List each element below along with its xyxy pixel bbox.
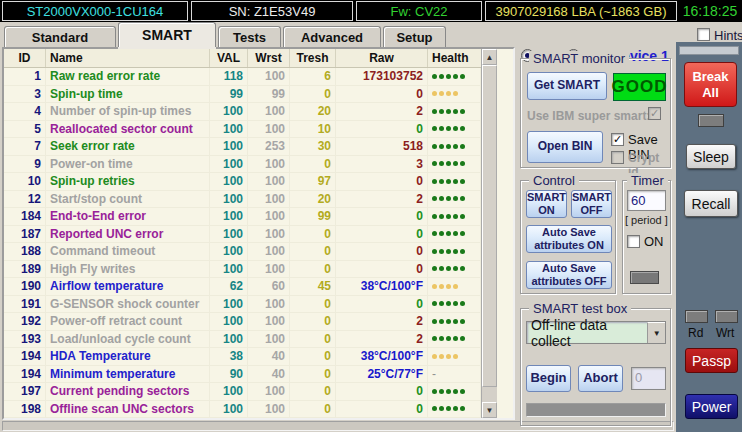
table-row[interactable]: 12 Start/stop count 100 100 20 2 bbox=[4, 191, 481, 209]
sleep-button[interactable]: Sleep bbox=[686, 144, 736, 169]
hints-checkbox[interactable] bbox=[697, 28, 710, 41]
cell-health-dots bbox=[428, 348, 481, 365]
cell-worst: 100 bbox=[248, 313, 290, 330]
table-row[interactable]: 187 Reported UNC error 100 100 0 0 bbox=[4, 226, 481, 244]
recall-button[interactable]: Recall bbox=[684, 190, 738, 217]
health-dot-icon bbox=[453, 196, 458, 201]
begin-test-button[interactable]: Begin bbox=[526, 365, 571, 392]
health-dot-icon bbox=[432, 336, 437, 341]
table-row[interactable]: 1 Raw read error rate 118 100 6 17310375… bbox=[4, 68, 481, 86]
cell-attribute-name: Offline scan UNC sectors bbox=[46, 401, 210, 418]
table-row[interactable]: 194 Minimum temperature 90 40 0 25°C/77°… bbox=[4, 366, 481, 384]
table-row[interactable]: 191 G-SENSOR shock counter 100 100 0 0 bbox=[4, 296, 481, 314]
smart-off-button[interactable]: SMART OFF bbox=[571, 190, 612, 218]
table-row[interactable]: 7 Seek error rate 100 253 30 518 bbox=[4, 138, 481, 156]
health-dot-icon bbox=[439, 301, 444, 306]
drive-model: ST2000VX000-1CU164 bbox=[2, 1, 188, 21]
table-row[interactable]: 4 Number of spin-up times 100 100 20 2 bbox=[4, 103, 481, 121]
table-row[interactable]: 3 Spin-up time 99 99 0 0 bbox=[4, 86, 481, 104]
health-dot-icon bbox=[439, 144, 444, 149]
dropdown-arrow-icon[interactable]: ▼ bbox=[647, 322, 665, 343]
health-dot-icon bbox=[446, 126, 451, 131]
table-header: ID Name VAL Wrst Tresh Raw Health bbox=[4, 49, 481, 68]
cell-worst: 100 bbox=[248, 383, 290, 400]
table-row[interactable]: 190 Airflow temperature 62 60 45 38°C/10… bbox=[4, 278, 481, 296]
health-dot-icon bbox=[432, 91, 437, 96]
cell-value: 100 bbox=[210, 331, 248, 348]
test-select-dropdown[interactable]: Off-line data collect ▼ bbox=[526, 321, 666, 344]
cell-attribute-id: 5 bbox=[4, 121, 46, 138]
cell-value: 100 bbox=[210, 156, 248, 173]
crypt-id-checkbox bbox=[611, 151, 624, 164]
table-row[interactable]: 5 Reallocated sector count 100 100 10 0 bbox=[4, 121, 481, 139]
read-led-indicator bbox=[685, 310, 708, 323]
cell-attribute-id: 1 bbox=[4, 68, 46, 85]
tab-tests[interactable]: Tests bbox=[218, 26, 281, 47]
get-smart-button[interactable]: Get SMART bbox=[527, 72, 607, 100]
table-row[interactable]: 192 Power-off retract count 100 100 0 2 bbox=[4, 313, 481, 331]
cell-raw: 38°C/100°F bbox=[336, 278, 428, 295]
health-dot-icon bbox=[460, 231, 465, 236]
cell-attribute-name: G-SENSOR shock counter bbox=[46, 296, 210, 313]
smart-test-box-title: SMART test box bbox=[529, 301, 631, 316]
cell-health-dots bbox=[428, 173, 481, 190]
table-scrollbar[interactable]: ▲ ▼ bbox=[481, 49, 497, 418]
table-row[interactable]: 194 HDA Temperature 38 40 0 38°C/100°F bbox=[4, 348, 481, 366]
control-title: Control bbox=[529, 173, 579, 188]
cell-threshold: 0 bbox=[290, 243, 336, 260]
tab-standard[interactable]: Standard bbox=[4, 26, 116, 47]
cell-health-dots bbox=[428, 68, 481, 85]
health-dot-icon bbox=[453, 126, 458, 131]
cell-attribute-name: Minimum temperature bbox=[46, 366, 210, 383]
timer-period-input[interactable]: 60 bbox=[627, 190, 666, 211]
open-bin-button[interactable]: Open BIN bbox=[527, 131, 603, 163]
health-dot-icon bbox=[439, 406, 444, 411]
autosave-attributes-off-button[interactable]: Auto Save attributes OFF bbox=[526, 261, 612, 289]
scroll-up-arrow-icon[interactable]: ▲ bbox=[482, 49, 497, 65]
cell-threshold: 45 bbox=[290, 278, 336, 295]
break-all-button[interactable]: Break All bbox=[684, 62, 737, 107]
timer-on-checkbox[interactable] bbox=[627, 235, 640, 248]
tab-advanced[interactable]: Advanced bbox=[283, 26, 381, 47]
tab-setup[interactable]: Setup bbox=[383, 26, 446, 47]
health-dot-icon bbox=[439, 214, 444, 219]
scroll-down-arrow-icon[interactable]: ▼ bbox=[482, 402, 497, 418]
cell-health-dots bbox=[428, 331, 481, 348]
scrollbar-thumb[interactable] bbox=[482, 65, 497, 387]
table-row[interactable]: 9 Power-on time 100 100 0 3 bbox=[4, 156, 481, 174]
power-button[interactable]: Power bbox=[685, 394, 738, 419]
right-panel-top-indicator bbox=[679, 46, 739, 55]
health-dot-icon bbox=[453, 406, 458, 411]
table-row[interactable]: 198 Offline scan UNC sectors 100 100 0 0 bbox=[4, 401, 481, 419]
table-row[interactable]: 189 High Fly writes 100 100 0 0 bbox=[4, 261, 481, 279]
table-row[interactable]: 184 End-to-End error 100 100 99 0 bbox=[4, 208, 481, 226]
cell-value: 100 bbox=[210, 243, 248, 260]
cell-raw: 0 bbox=[336, 243, 428, 260]
health-dot-icon bbox=[446, 161, 451, 166]
smart-on-button[interactable]: SMART ON bbox=[526, 190, 567, 218]
cell-raw: 25°C/77°F bbox=[336, 366, 428, 383]
health-dot-icon bbox=[439, 336, 444, 341]
health-dot-icon bbox=[439, 196, 444, 201]
hints-checkbox-label: Hints bbox=[714, 28, 742, 43]
autosave-attributes-on-button[interactable]: Auto Save attributes ON bbox=[526, 225, 612, 253]
health-dot-icon bbox=[453, 91, 458, 96]
health-dot-icon bbox=[432, 231, 437, 236]
save-bin-checkbox[interactable]: ✓ bbox=[611, 133, 624, 146]
cell-value: 90 bbox=[210, 366, 248, 383]
header-val: VAL bbox=[210, 49, 248, 67]
health-dot-icon bbox=[460, 179, 465, 184]
table-row[interactable]: 193 Load/unload cycle count 100 100 0 2 bbox=[4, 331, 481, 349]
table-row[interactable]: 10 Spin-up retries 100 100 97 0 bbox=[4, 173, 481, 191]
health-dot-icon bbox=[453, 74, 458, 79]
health-dot-icon bbox=[460, 196, 465, 201]
passp-button[interactable]: Passp bbox=[685, 348, 738, 373]
health-dot-icon bbox=[432, 196, 437, 201]
tab-smart[interactable]: SMART bbox=[118, 22, 216, 47]
abort-test-button[interactable]: Abort bbox=[578, 365, 623, 392]
table-row[interactable]: 188 Command timeout 100 100 0 0 bbox=[4, 243, 481, 261]
cell-raw: 38°C/100°F bbox=[336, 348, 428, 365]
health-dot-icon bbox=[439, 319, 444, 324]
table-row[interactable]: 197 Current pending sectors 100 100 0 0 bbox=[4, 383, 481, 401]
health-dot-icon bbox=[446, 231, 451, 236]
